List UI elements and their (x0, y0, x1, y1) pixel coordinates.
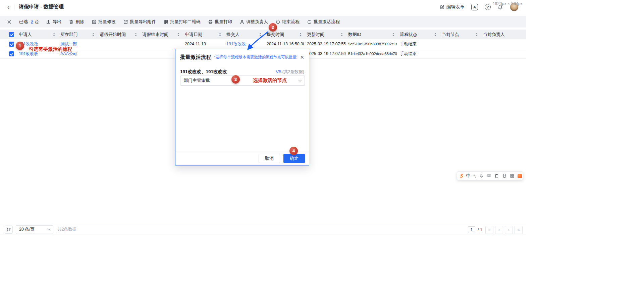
total-records-text: 共2条数据 (57, 227, 76, 232)
next-page-button[interactable]: › (505, 226, 513, 234)
prev-page-button[interactable]: ‹ (495, 226, 503, 234)
first-page-button[interactable]: « (485, 226, 493, 234)
sort-toggle[interactable] (135, 33, 137, 36)
qr-code-icon (163, 19, 168, 25)
batch-edit-button[interactable]: 批量修改 (92, 19, 116, 25)
power-icon (275, 19, 280, 25)
ime-assistant-icon[interactable] (518, 174, 522, 178)
cell-leave-start (97, 39, 140, 49)
batch-edit-label: 批量修改 (98, 19, 116, 25)
sort-toggle[interactable] (434, 33, 436, 36)
batch-export-attachments-button[interactable]: 批量导出附件 (123, 19, 156, 25)
sort-toggle[interactable] (219, 33, 221, 36)
sort-toggle[interactable] (92, 33, 94, 36)
export-attachment-icon (123, 19, 128, 25)
selected-total: /2 (35, 19, 39, 25)
column-header-current-owner: 当前负责人 (480, 30, 526, 39)
edit-form-label: 编辑表单 (446, 4, 465, 10)
batch-activate-process-button[interactable]: 批量激活流程 (307, 19, 340, 25)
export-icon (46, 19, 51, 25)
sort-toggle[interactable] (177, 33, 179, 36)
viewport-dimension-label: 644px × 290px (493, 1, 523, 6)
process-group-row: 191改改改、191改改改 V5(共2条数据) (175, 69, 309, 75)
column-header-current-node: 当前节点 (439, 30, 480, 39)
ime-chinese-mode-icon[interactable]: 中 (466, 173, 470, 179)
activate-icon (307, 19, 312, 25)
version-label: V5 (276, 69, 281, 74)
page-size-select[interactable]: 20 条/页 (16, 225, 53, 234)
column-label: 数据ID (348, 32, 361, 38)
translate-icon[interactable]: A (471, 4, 478, 10)
sort-toggle[interactable] (300, 33, 302, 36)
step-badge-3: 3 (231, 75, 240, 84)
pagination-controls: 1 / 1 « ‹ › » (468, 224, 523, 235)
end-process-button[interactable]: 结束流程 (275, 19, 300, 25)
cell-current-node (439, 39, 480, 49)
help-icon[interactable]: ? (485, 4, 491, 10)
column-label: 当前节点 (442, 32, 459, 38)
version-note: (共2条数据) (282, 69, 304, 74)
selected-count: 已选2/2 (19, 19, 39, 25)
close-icon (7, 19, 12, 25)
back-icon[interactable]: ‹ (7, 4, 9, 10)
chevron-down-icon (299, 78, 302, 82)
sort-toggle[interactable] (392, 33, 394, 36)
column-header-flow-status: 流程状态 (397, 30, 439, 39)
cell-flow-status: 手动结束 (397, 39, 439, 49)
clipboard-icon[interactable] (494, 174, 499, 178)
chevron-down-icon (47, 227, 51, 231)
batch-print-button[interactable]: 批量打印 (208, 19, 232, 25)
column-label: 请假开始时间 (100, 32, 126, 38)
ime-toolbar: S 中 °, (457, 172, 523, 180)
select-all-checkbox[interactable] (9, 32, 14, 37)
export-button[interactable]: 导出 (46, 19, 61, 25)
batch-print-qr-button[interactable]: 批量打印二维码 (163, 19, 201, 25)
screen: ‹ 请假申请 - 数据管理 编辑表单 A ? 644px × 290px 已选… (0, 0, 644, 290)
annotation-text-step1: 勾选需要激活的流程 (29, 46, 72, 52)
keyboard-icon[interactable] (487, 174, 491, 178)
cell-update-time: 2025-03-19 17:07:55 (304, 39, 345, 49)
cell-data-id: 5ef510c1350b309875092e1a (345, 39, 397, 49)
export-label: 导出 (53, 19, 61, 25)
skin-icon[interactable] (502, 174, 507, 178)
printer-icon (208, 19, 213, 25)
row-checkbox[interactable] (9, 42, 14, 47)
delete-button[interactable]: 删除 (69, 19, 84, 25)
cell-leave-start (97, 49, 140, 59)
pagination-bar: 20 条/页 共2条数据 1 / 1 « ‹ › » (0, 224, 526, 235)
microphone-icon[interactable] (479, 174, 484, 178)
column-header-update-time: 更新时间 (304, 30, 345, 39)
column-label: 更新时间 (307, 32, 324, 38)
step-badge-2: 2 (269, 23, 277, 32)
cell-update-time: 2025-03-19 17:07:59 (304, 49, 345, 59)
display-settings-button[interactable] (5, 226, 13, 234)
header-divider (14, 4, 14, 9)
trash-icon (69, 19, 74, 25)
last-page-button[interactable]: » (515, 226, 523, 234)
page-number-input[interactable]: 1 (468, 226, 475, 233)
app-window: ‹ 请假申请 - 数据管理 编辑表单 A ? 644px × 290px 已选… (0, 0, 526, 290)
column-header-department: 所在部门 (58, 30, 97, 39)
clear-selection-button[interactable] (7, 19, 12, 25)
cell-current-owner (480, 49, 526, 59)
batch-print-label: 批量打印 (215, 19, 232, 25)
toolbox-grid-icon[interactable] (510, 174, 515, 178)
adjust-owner-button[interactable]: 调整负责人 (239, 19, 268, 25)
sort-toggle[interactable] (53, 33, 55, 36)
batch-toolbar: 已选2/2 导出 删除 批量修改 批量导出附件 批量打印二维码 (0, 16, 526, 28)
sogou-logo-icon[interactable]: S (460, 174, 463, 179)
column-header-leave-start: 请假开始时间 (97, 30, 140, 39)
cell-leave-end (140, 39, 182, 49)
column-label: 流程状态 (400, 32, 417, 38)
sort-toggle[interactable] (341, 33, 343, 36)
cell-apply-date: 2024-11-13 (182, 39, 224, 49)
edit-form-button[interactable]: 编辑表单 (440, 4, 465, 10)
close-icon[interactable]: ✕ (300, 55, 304, 60)
punctuation-icon[interactable]: °, (473, 174, 476, 178)
top-header: ‹ 请假申请 - 数据管理 编辑表单 A ? (0, 0, 526, 14)
sort-toggle[interactable] (476, 33, 478, 36)
row-checkbox[interactable] (9, 51, 14, 56)
column-header-data-id: 数据ID (345, 30, 397, 39)
column-label: 申请日期 (185, 32, 202, 38)
cancel-button[interactable]: 取消 (259, 154, 280, 163)
